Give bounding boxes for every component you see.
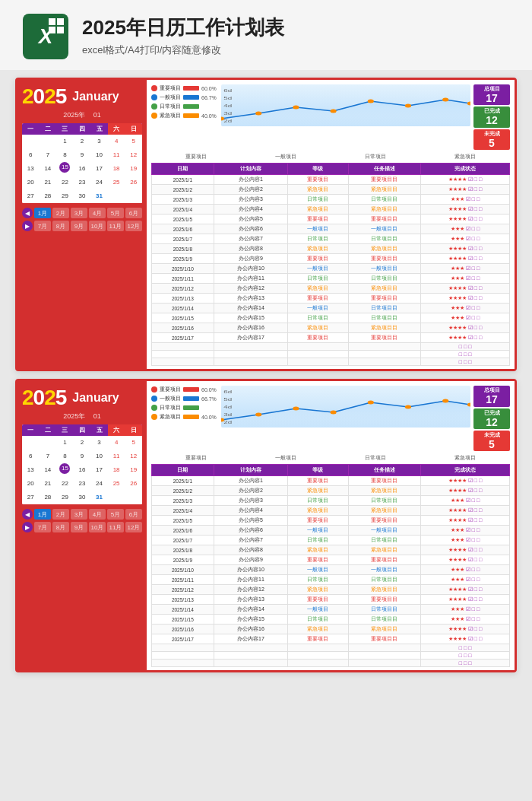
cal-day[interactable]: 1 — [56, 135, 74, 148]
cal-nav-month-9[interactable]: 9月 — [71, 221, 87, 231]
cal-day-2[interactable]: 7 — [40, 450, 57, 463]
cal-nav-m2-12[interactable]: 12月 — [125, 522, 142, 532]
cal-day-2[interactable]: 28 — [40, 491, 57, 504]
cal-day[interactable]: 7 — [40, 148, 57, 162]
cal-nav-prev[interactable]: ◀ — [22, 208, 33, 218]
cal-nav-month-11[interactable]: 11月 — [107, 221, 124, 231]
cal-day-2[interactable]: 4 — [108, 436, 125, 450]
table-row: 2025/1/13 办公内容13 重要项目 重要项目目 ★★★★ ☑ □ □ — [152, 294, 510, 304]
cal-nav-next-2[interactable]: ▶ — [22, 522, 33, 532]
cal-day-2[interactable]: 27 — [22, 491, 40, 504]
cal-day-today[interactable]: 15 — [59, 162, 70, 173]
cal-day-2[interactable]: 13 — [22, 463, 40, 477]
cal-day[interactable]: 6 — [22, 148, 40, 162]
cal-day[interactable]: 20 — [22, 176, 40, 189]
cal-nav-m2-9[interactable]: 9月 — [71, 522, 87, 532]
cal-day[interactable]: 26 — [125, 176, 142, 189]
cal-nav-prev-2[interactable]: ◀ — [22, 509, 33, 520]
cal-day-today-2[interactable]: 15 — [59, 463, 70, 474]
cal-day[interactable]: 14 — [40, 162, 57, 176]
cal-day-2[interactable]: 12 — [125, 450, 142, 463]
cal-nav-m2-10[interactable]: 10月 — [89, 522, 106, 532]
cal-day-2[interactable]: 14 — [40, 463, 57, 477]
cal-day-2[interactable]: 2 — [74, 436, 91, 450]
cal-day[interactable]: 30 — [74, 189, 91, 203]
td-date: 2025/1/7 — [152, 536, 214, 545]
cal-nav-m2-2[interactable]: 2月 — [52, 509, 69, 520]
td-level: 紧急项目 — [288, 284, 349, 294]
svg-text:4d: 4d — [223, 103, 232, 109]
cal-day[interactable]: 23 — [74, 176, 91, 189]
cal-day-2[interactable]: 8 — [56, 450, 74, 463]
cal-day-2[interactable]: 20 — [22, 477, 40, 491]
cal-day[interactable]: 8 — [56, 148, 74, 162]
cal-nav-month-5[interactable]: 5月 — [107, 208, 124, 218]
cal-nav-m2-8[interactable]: 8月 — [52, 522, 69, 532]
cal-day-2[interactable]: 22 — [56, 477, 74, 491]
cal-day-2[interactable]: 19 — [125, 463, 142, 477]
cal-nav-month-2[interactable]: 2月 — [52, 208, 69, 218]
cal-nav-month-12[interactable]: 12月 — [125, 221, 142, 231]
cal-day[interactable]: 9 — [74, 148, 91, 162]
td-desc — [348, 343, 421, 351]
cal-day-2[interactable]: 18 — [108, 463, 125, 477]
cal-day-2[interactable]: 6 — [22, 450, 40, 463]
td-date: 2025/1/14 — [152, 304, 214, 313]
cal-day-2[interactable]: 17 — [90, 463, 108, 477]
cal-day[interactable]: 17 — [90, 162, 108, 176]
td-date: 2025/1/6 — [152, 224, 214, 234]
cal-day[interactable]: 28 — [40, 189, 57, 203]
cal-day[interactable]: 29 — [56, 189, 74, 203]
cal-day[interactable]: 12 — [125, 148, 142, 162]
cal-day-2[interactable]: 5 — [125, 436, 142, 450]
cal-day-2[interactable]: 10 — [90, 450, 108, 463]
cal-day[interactable]: 21 — [40, 176, 57, 189]
cal-day-2[interactable]: 9 — [74, 450, 91, 463]
cal-day[interactable]: 18 — [108, 162, 125, 176]
cal-nav-m2-5[interactable]: 5月 — [107, 509, 124, 520]
cal-day[interactable]: 22 — [56, 176, 74, 189]
cal-nav-m2-1[interactable]: 1月 — [34, 509, 51, 520]
cal-day-2[interactable]: 30 — [74, 491, 91, 504]
cal-day-2[interactable]: 29 — [56, 491, 74, 504]
cal-nav-m2-11[interactable]: 11月 — [107, 522, 124, 532]
cal-nav-month-1[interactable]: 1月 — [34, 208, 51, 218]
cal-nav-month-3[interactable]: 3月 — [71, 208, 87, 218]
cal-day[interactable]: 19 — [125, 162, 142, 176]
cal-day[interactable]: 25 — [108, 176, 125, 189]
cal-day[interactable]: 16 — [74, 162, 91, 176]
cal-day[interactable]: 4 — [108, 135, 125, 148]
cal-day[interactable]: 24 — [90, 176, 108, 189]
cal-day[interactable]: 2 — [74, 135, 91, 148]
cal-day-2[interactable]: 23 — [74, 477, 91, 491]
cal-day[interactable]: 27 — [22, 189, 40, 203]
svg-point-17 — [293, 407, 299, 411]
cal-day[interactable]: 3 — [90, 135, 108, 148]
cal-day-highlight[interactable]: 31 — [90, 189, 108, 203]
cal-nav-m2-7[interactable]: 7月 — [34, 522, 51, 532]
cal-day-2[interactable]: 25 — [108, 477, 125, 491]
cal-day-2[interactable]: 26 — [125, 477, 142, 491]
cal-nav-month-6[interactable]: 6月 — [125, 208, 142, 218]
td-desc: 一般项目目 — [348, 264, 421, 274]
cal-day[interactable]: 5 — [125, 135, 142, 148]
cal-day-2[interactable]: 11 — [108, 450, 125, 463]
cal-day[interactable]: 11 — [108, 148, 125, 162]
cal-day-2[interactable]: 3 — [90, 436, 108, 450]
cal-nav-month-10[interactable]: 10月 — [89, 221, 106, 231]
cal-day-2[interactable]: 24 — [90, 477, 108, 491]
cal-nav-month-4[interactable]: 4月 — [89, 208, 106, 218]
cal-nav-m2-3[interactable]: 3月 — [71, 509, 87, 520]
cal-nav-next[interactable]: ▶ — [22, 221, 33, 231]
cal-day-2[interactable]: 16 — [74, 463, 91, 477]
cal-nav-m2-6[interactable]: 6月 — [125, 509, 142, 520]
cal-day-highlight-2[interactable]: 31 — [90, 491, 108, 504]
cal-nav-month-8[interactable]: 8月 — [52, 221, 69, 231]
cal-day-2[interactable]: 21 — [40, 477, 57, 491]
cal-nav-m2-4[interactable]: 4月 — [89, 509, 106, 520]
cal-day[interactable]: 10 — [90, 148, 108, 162]
cal-day-2[interactable]: 1 — [56, 436, 74, 450]
cal-nav-month-7[interactable]: 7月 — [34, 221, 51, 231]
cal-day[interactable]: 13 — [22, 162, 40, 176]
legend-dot-normal — [151, 94, 157, 100]
